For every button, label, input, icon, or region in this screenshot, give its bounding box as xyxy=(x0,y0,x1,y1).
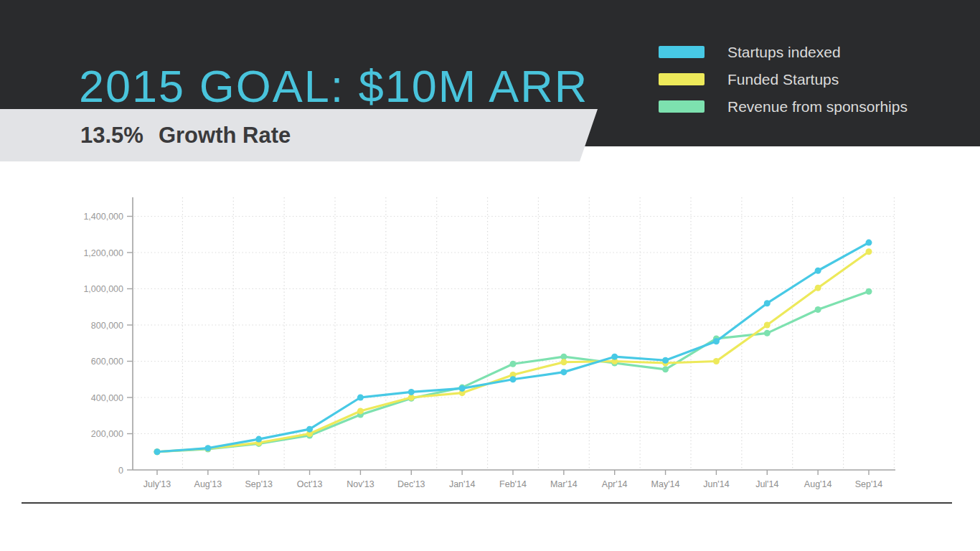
x-axis-tick-label: Jan'14 xyxy=(449,479,475,489)
y-axis-tick-label: 600,000 xyxy=(91,357,123,367)
x-axis-tick-label: July'13 xyxy=(143,479,171,489)
slide-title: 2015 GOAL: $10M ARR xyxy=(79,60,588,112)
legend-swatch-icon xyxy=(659,73,705,85)
x-axis-tick-label: Aug'14 xyxy=(804,479,832,489)
x-axis-tick-label: Dec'13 xyxy=(397,479,425,489)
x-axis-tick-label: Feb'14 xyxy=(499,479,527,489)
y-axis-tick-label: 800,000 xyxy=(91,321,123,331)
y-axis-tick-label: 1,000,000 xyxy=(83,284,123,294)
x-axis-tick-label: Oct'13 xyxy=(297,479,323,489)
grid-lines xyxy=(134,197,895,470)
x-axis-tick-label: Mar'14 xyxy=(550,479,578,489)
data-point xyxy=(509,376,516,382)
data-point xyxy=(865,288,872,295)
legend-swatch-icon xyxy=(659,100,705,113)
y-axis-tick-label: 1,200,000 xyxy=(83,248,123,258)
data-point xyxy=(815,268,821,274)
x-axis-tick-label: May'14 xyxy=(651,479,680,489)
line-chart-canvas: 0200,000400,000600,000800,0001,000,0001,… xyxy=(0,172,980,502)
growth-chart: 0200,000400,000600,000800,0001,000,0001,… xyxy=(0,172,980,502)
growth-rate-banner: 13.5% Growth Rate xyxy=(0,109,598,161)
series-2 xyxy=(154,248,872,455)
chart-legend: Startups indexedFunded StartupsRevenue f… xyxy=(659,43,908,116)
growth-rate-label: Growth Rate xyxy=(159,123,291,149)
legend-item-label: Startups indexed xyxy=(727,44,841,61)
data-point xyxy=(255,436,262,443)
data-point xyxy=(357,395,364,401)
data-point xyxy=(408,389,415,395)
series-1 xyxy=(154,240,872,456)
y-axis-tick-label: 400,000 xyxy=(91,393,123,403)
x-axis-tick-label: Apr'14 xyxy=(602,479,628,489)
legend-swatch-icon xyxy=(659,46,705,58)
legend-item-label: Revenue from sponsorhips xyxy=(727,98,908,116)
bottom-divider xyxy=(22,502,952,504)
data-point xyxy=(560,359,567,365)
y-axis-tick-label: 0 xyxy=(118,466,123,476)
data-point xyxy=(306,426,313,433)
legend-item: Funded Startups xyxy=(659,70,908,88)
data-point xyxy=(713,358,720,364)
data-point xyxy=(357,408,364,414)
data-point xyxy=(815,285,821,291)
data-point xyxy=(865,240,872,246)
data-point xyxy=(509,361,516,367)
data-point xyxy=(764,322,771,329)
x-axis-tick-label: Jun'14 xyxy=(703,479,729,489)
data-point xyxy=(662,366,669,372)
legend-item-label: Funded Startups xyxy=(727,71,839,88)
growth-rate-value: 13.5% xyxy=(80,123,143,149)
x-axis-tick-label: Sep'13 xyxy=(245,479,273,489)
data-point xyxy=(560,369,567,375)
legend-item: Startups indexed xyxy=(659,43,908,61)
x-axis-tick-label: Nov'13 xyxy=(347,479,374,489)
data-point xyxy=(764,300,771,306)
x-axis-tick-label: Aug'13 xyxy=(194,479,222,489)
data-point xyxy=(662,357,669,364)
legend-item: Revenue from sponsorhips xyxy=(659,98,908,116)
data-point xyxy=(764,330,771,336)
x-axis-tick-label: Jul'14 xyxy=(755,479,778,489)
y-axis-tick-label: 1,400,000 xyxy=(83,212,123,222)
data-point xyxy=(815,306,821,313)
data-point xyxy=(459,385,466,392)
data-point xyxy=(865,248,872,255)
data-point xyxy=(611,354,618,360)
x-axis-tick-label: Sep'14 xyxy=(855,479,883,489)
y-axis-tick-label: 200,000 xyxy=(91,429,123,439)
data-point xyxy=(204,445,211,451)
data-point xyxy=(713,338,720,344)
data-point xyxy=(154,448,161,455)
